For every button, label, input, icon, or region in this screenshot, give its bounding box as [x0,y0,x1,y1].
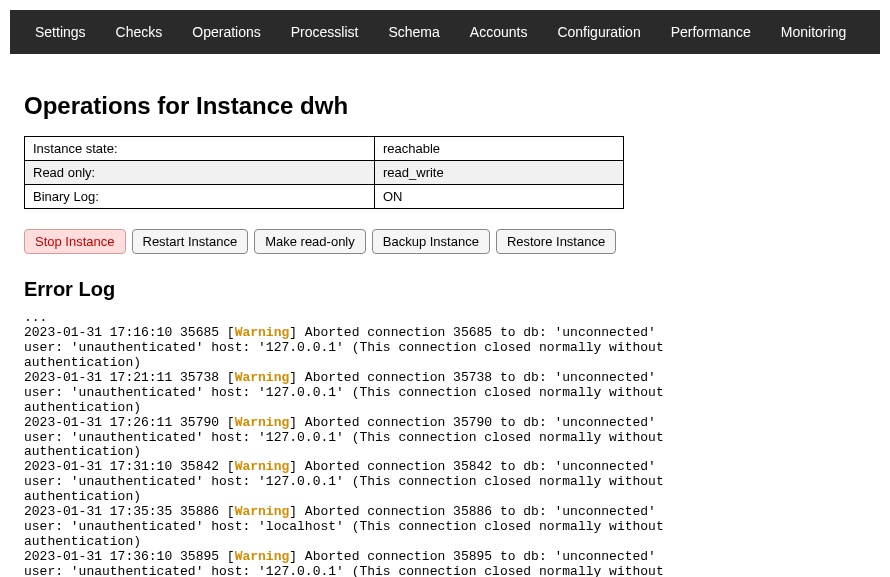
info-label: Read only: [25,161,375,185]
log-severity: Warning [235,459,290,474]
stop-instance-button[interactable]: Stop Instance [24,229,126,254]
nav-item-accounts[interactable]: Accounts [455,10,543,54]
top-nav: SettingsChecksOperationsProcesslistSchem… [10,10,880,54]
instance-info-table: Instance state:reachableRead only:read_w… [24,136,624,209]
page-content: Operations for Instance dwh Instance sta… [0,54,890,577]
info-label: Binary Log: [25,185,375,209]
action-buttons-row: Stop InstanceRestart InstanceMake read-o… [24,229,866,254]
nav-item-checks[interactable]: Checks [101,10,178,54]
log-severity: Warning [235,370,290,385]
make-read-only-button[interactable]: Make read-only [254,229,366,254]
info-value: read_write [375,161,624,185]
nav-item-configuration[interactable]: Configuration [542,10,655,54]
info-row: Instance state:reachable [25,137,624,161]
nav-item-operations[interactable]: Operations [177,10,275,54]
error-log: ... 2023-01-31 17:16:10 35685 [Warning] … [24,311,684,577]
log-severity: Warning [235,504,290,519]
info-row: Binary Log:ON [25,185,624,209]
restart-instance-button[interactable]: Restart Instance [132,229,249,254]
page-title: Operations for Instance dwh [24,92,866,120]
restore-instance-button[interactable]: Restore Instance [496,229,616,254]
info-value: reachable [375,137,624,161]
nav-item-schema[interactable]: Schema [373,10,454,54]
backup-instance-button[interactable]: Backup Instance [372,229,490,254]
info-label: Instance state: [25,137,375,161]
nav-item-monitoring[interactable]: Monitoring [766,10,861,54]
info-value: ON [375,185,624,209]
log-severity: Warning [235,415,290,430]
log-prefix: ... [24,310,47,325]
error-log-title: Error Log [24,278,866,301]
info-row: Read only:read_write [25,161,624,185]
nav-item-performance[interactable]: Performance [656,10,766,54]
nav-item-settings[interactable]: Settings [20,10,101,54]
log-severity: Warning [235,549,290,564]
log-severity: Warning [235,325,290,340]
nav-item-processlist[interactable]: Processlist [276,10,374,54]
